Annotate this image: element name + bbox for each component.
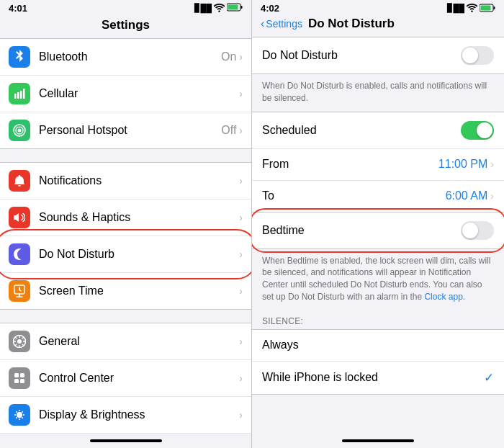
controlcenter-row[interactable]: Control Center › [0, 360, 251, 397]
svg-point-10 [17, 339, 22, 344]
from-row[interactable]: From 11:00 PM › [252, 149, 504, 181]
from-chevron-icon: › [490, 158, 494, 170]
dnd-toggle-row[interactable]: Do Not Disturb [252, 37, 504, 73]
left-panel: 4:01 ▊██ Settings [0, 0, 252, 448]
silence-always-row[interactable]: Always [252, 330, 504, 362]
scheduled-toggle-thumb [477, 122, 492, 138]
dnd-icon [9, 243, 30, 265]
bluetooth-value: On [221, 50, 236, 63]
display-row[interactable]: Display & Brightness › [0, 397, 251, 434]
dnd-toggle-label: Do Not Disturb [262, 49, 461, 62]
bedtime-toggle-thumb [462, 223, 478, 238]
svg-rect-2 [241, 6, 243, 9]
display-chevron: › [239, 409, 243, 421]
dnd-label: Do Not Disturb [39, 248, 239, 261]
controlcenter-label: Control Center [39, 372, 239, 385]
svg-rect-3 [14, 94, 17, 99]
bottom-bar-left [0, 434, 251, 448]
to-row[interactable]: To 6:00 AM › [252, 181, 504, 212]
dnd-toggle[interactable] [461, 46, 494, 65]
bluetooth-icon [9, 46, 30, 68]
controlcenter-chevron: › [239, 372, 243, 384]
dnd-description: When Do Not Disturb is enabled, calls an… [252, 74, 504, 112]
scheduled-toggle[interactable] [461, 121, 494, 140]
silence-section-header: SILENCE: [252, 310, 504, 329]
right-panel: 4:02 ▊██ ‹ Settings Do Not Disturb [252, 0, 504, 448]
wifi-icon-left [214, 4, 225, 14]
to-chevron-icon: › [490, 190, 494, 202]
dnd-nav-header: ‹ Settings Do Not Disturb [252, 15, 504, 37]
bedtime-row-wrapper: Bedtime [252, 212, 504, 248]
display-label: Display & Brightness [39, 408, 239, 421]
hotspot-value: Off [221, 124, 236, 137]
sounds-row[interactable]: Sounds & Haptics › [0, 200, 251, 236]
scheduled-group: Scheduled From 11:00 PM › To 6:00 AM › [252, 112, 504, 249]
svg-rect-20 [494, 6, 495, 9]
hotspot-icon [9, 120, 30, 141]
notifications-row[interactable]: Notifications › [0, 163, 251, 200]
sounds-label: Sounds & Haptics [39, 211, 239, 224]
svg-rect-11 [14, 373, 19, 377]
dnd-content: Do Not Disturb When Do Not Disturb is en… [252, 37, 504, 434]
clock-app-link[interactable]: Clock app. [424, 292, 465, 302]
status-bar-right: 4:02 ▊██ [252, 0, 504, 15]
silence-locked-label: While iPhone is locked [262, 371, 484, 384]
sounds-icon [9, 207, 30, 228]
battery-icon-right [480, 4, 495, 14]
notifications-chevron: › [239, 175, 243, 187]
status-icons-right: ▊██ [447, 4, 495, 14]
bedtime-description: When Bedtime is enabled, the lock screen… [252, 249, 504, 310]
svg-rect-6 [23, 89, 25, 99]
bedtime-toggle[interactable] [461, 221, 494, 240]
scheduled-label: Scheduled [262, 124, 461, 137]
bedtime-row[interactable]: Bedtime [252, 212, 504, 248]
notifications-icon [9, 170, 30, 192]
status-icons-left: ▊██ [194, 3, 243, 14]
cellular-chevron: › [239, 88, 243, 99]
time-right: 4:02 [261, 3, 279, 14]
bluetooth-row[interactable]: Bluetooth On › [0, 39, 251, 76]
general-label: General [39, 335, 239, 348]
settings-list[interactable]: Bluetooth On › Cellular › [0, 38, 251, 434]
silence-group: Always While iPhone is locked ✓ [252, 329, 504, 395]
hotspot-row[interactable]: Personal Hotspot Off › [0, 112, 251, 148]
dnd-toggle-group: Do Not Disturb [252, 37, 504, 74]
hotspot-chevron: › [239, 125, 243, 136]
system-group: General › Control Center › [0, 323, 251, 434]
svg-rect-14 [20, 379, 24, 383]
screentime-row[interactable]: Screen Time › [0, 273, 251, 309]
svg-point-7 [18, 129, 22, 133]
sounds-chevron: › [239, 212, 243, 223]
wifi-icon-right [467, 4, 477, 14]
from-value: 11:00 PM [438, 158, 487, 171]
screentime-icon [9, 280, 30, 302]
svg-rect-13 [14, 379, 19, 383]
svg-rect-5 [20, 91, 22, 99]
back-button[interactable]: ‹ Settings [261, 17, 302, 30]
controlcenter-icon [9, 367, 30, 389]
silence-always-label: Always [262, 339, 494, 351]
scheduled-toggle-row[interactable]: Scheduled [252, 112, 504, 149]
svg-rect-4 [17, 92, 19, 99]
display-icon [9, 404, 30, 426]
bottom-bar-right [252, 434, 504, 448]
cellular-row[interactable]: Cellular › [0, 76, 251, 112]
from-label: From [262, 158, 438, 171]
hotspot-label: Personal Hotspot [39, 124, 221, 137]
cellular-icon [9, 83, 30, 104]
screentime-label: Screen Time [39, 285, 239, 297]
dnd-row[interactable]: Do Not Disturb › [0, 236, 251, 273]
to-value: 6:00 AM [446, 189, 488, 202]
general-row[interactable]: General › [0, 323, 251, 360]
signal-icon-left: ▊██ [194, 4, 212, 13]
time-left: 4:01 [9, 3, 27, 14]
status-bar-left: 4:01 ▊██ [0, 0, 251, 15]
notifications-label: Notifications [39, 174, 239, 187]
svg-point-15 [17, 412, 22, 418]
back-chevron-icon: ‹ [261, 17, 264, 30]
svg-rect-19 [481, 5, 491, 10]
connectivity-group: Bluetooth On › Cellular › [0, 38, 251, 149]
to-label: To [262, 189, 446, 202]
silence-locked-row[interactable]: While iPhone is locked ✓ [252, 362, 504, 394]
general-chevron: › [239, 336, 243, 347]
